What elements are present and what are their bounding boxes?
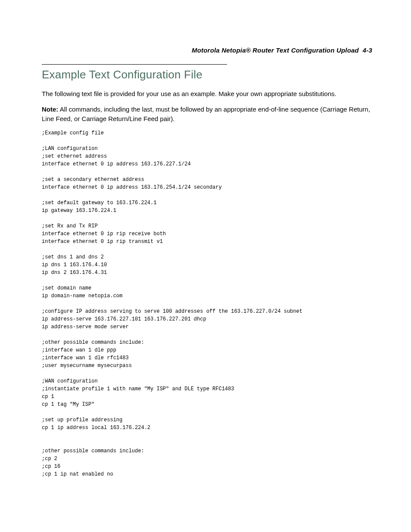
document-page: Motorola Netopia® Router Text Configurat… bbox=[0, 0, 411, 517]
divider bbox=[42, 64, 227, 65]
running-title: Motorola Netopia® Router Text Configurat… bbox=[192, 47, 359, 54]
intro-paragraph: The following text file is provided for … bbox=[42, 89, 372, 99]
section-heading: Example Text Configuration File bbox=[42, 68, 372, 81]
note-label: Note: bbox=[42, 106, 58, 113]
note-paragraph: Note: All commands, including the last, … bbox=[42, 105, 372, 124]
running-header: Motorola Netopia® Router Text Configurat… bbox=[42, 47, 372, 54]
note-body: All commands, including the last, must b… bbox=[42, 106, 370, 122]
config-code-block: ;Example config file ;LAN configuration … bbox=[42, 129, 372, 478]
page-number: 4-3 bbox=[363, 47, 372, 54]
